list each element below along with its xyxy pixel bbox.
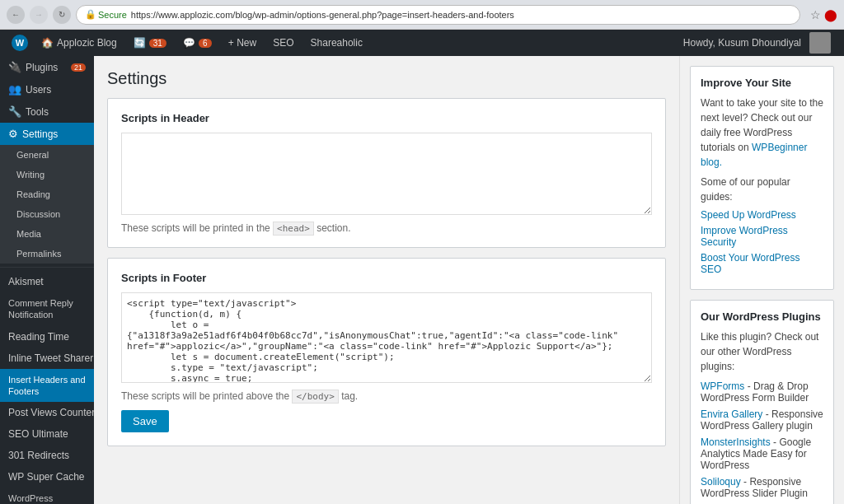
improve-site-text: Want to take your site to the next level… [701, 96, 823, 170]
plugins-icon: 🔌 [8, 61, 21, 73]
popular-guides-label: Some of our popular guides: [701, 175, 823, 204]
sidebar-item-users[interactable]: 👥 Users [0, 78, 94, 100]
comments-item[interactable]: 💬 6 [175, 30, 220, 56]
improve-site-title: Improve Your Site [701, 77, 823, 89]
updates-item[interactable]: 🔄 31 [125, 30, 175, 56]
browser-bar: ← → ↻ 🔒 Secure https://www.applozic.com/… [0, 0, 844, 30]
header-section-title: Scripts in Header [121, 112, 652, 124]
wp-layout: 🔌 Plugins 21 👥 Users 🔧 Tools ⚙ Settings … [0, 56, 844, 504]
admin-bar-right: Howdy, Kusum Dhoundiyal [675, 32, 837, 54]
sidebar-item-writing[interactable]: Writing [0, 165, 94, 184]
save-button[interactable]: Save [121, 410, 169, 432]
sidebar-item-tools[interactable]: 🔧 Tools [0, 100, 94, 123]
sidebar-item-akismet[interactable]: Akismet [0, 271, 94, 292]
wp-content: Settings Scripts in Header These scripts… [94, 56, 679, 504]
settings-submenu: General Writing Reading Discussion Media… [0, 145, 94, 264]
guide2-link[interactable]: Improve WordPress Security [701, 225, 823, 248]
users-icon: 👥 [8, 83, 21, 96]
wp-plugins-intro: Like this plugin? Check out our other Wo… [701, 329, 823, 374]
sidebar-item-insert-headers[interactable]: Insert Headers and Footers [0, 369, 94, 403]
guide1-link[interactable]: Speed Up WordPress [701, 209, 823, 221]
comments-icon: 💬 [183, 37, 195, 49]
seo-item[interactable]: SEO [265, 30, 302, 56]
footer-note: These scripts will be printed above the … [121, 390, 652, 402]
sidebar-item-reading[interactable]: Reading [0, 184, 94, 204]
forward-button[interactable]: → [30, 6, 48, 24]
header-scripts-box: Scripts in Header These scripts will be … [107, 98, 666, 248]
tools-icon: 🔧 [8, 105, 21, 118]
bookmark-button[interactable]: ☆ [810, 8, 821, 21]
improve-site-box: Improve Your Site Want to take your site… [690, 66, 834, 290]
back-button[interactable]: ← [7, 6, 25, 24]
sidebar-item-media[interactable]: Media [0, 224, 94, 244]
footer-scripts-textarea[interactable]: <script type="text/javascript"> {functio… [121, 292, 652, 383]
head-code-tag: <head> [273, 222, 314, 236]
page-title: Settings [107, 69, 666, 88]
sidebar-divider-1 [0, 267, 94, 268]
user-avatar [809, 32, 831, 54]
sidebar-item-permalinks[interactable]: Permalinks [0, 244, 94, 264]
wp-logo[interactable]: W [7, 30, 33, 56]
monsterinsights-link[interactable]: MonsterInsights [701, 436, 771, 448]
wp-plugins-title: Our WordPress Plugins [701, 310, 823, 323]
wp-right-panel: Improve Your Site Want to take your site… [679, 56, 844, 504]
sidebar-item-inline-tweet[interactable]: Inline Tweet Sharer [0, 348, 94, 369]
sidebar-item-post-views[interactable]: Post Views Counter [0, 402, 94, 423]
popular-guides-list: Speed Up WordPress Improve WordPress Sec… [701, 209, 823, 275]
lock-icon: 🔒 [85, 9, 96, 20]
settings-icon: ⚙ [8, 128, 18, 140]
sidebar-item-reading-time[interactable]: Reading Time [0, 326, 94, 348]
envira-link[interactable]: Envira Gallery [701, 408, 762, 420]
wp-logo-circle: W [12, 35, 28, 51]
reload-button[interactable]: ↻ [53, 6, 71, 24]
browser-actions: ☆ ⬤ [810, 8, 837, 21]
wp-plugins-box: Our WordPress Plugins Like this plugin? … [690, 300, 834, 504]
footer-section-title: Scripts in Footer [121, 272, 652, 284]
wp-sidebar: 🔌 Plugins 21 👥 Users 🔧 Tools ⚙ Settings … [0, 56, 94, 504]
sidebar-item-discussion[interactable]: Discussion [0, 204, 94, 224]
sidebar-item-general[interactable]: General [0, 145, 94, 165]
sidebar-item-plugins[interactable]: 🔌 Plugins 21 [0, 56, 94, 78]
shareaholic-item[interactable]: Shareaholic [302, 30, 371, 56]
header-scripts-textarea[interactable] [121, 133, 652, 215]
header-note: These scripts will be printed in the <he… [121, 222, 652, 234]
howdy-text: Howdy, Kusum Dhoundiyal [675, 37, 809, 49]
new-item[interactable]: + New [220, 30, 265, 56]
secure-badge: 🔒 Secure [85, 9, 127, 20]
sidebar-item-settings[interactable]: ⚙ Settings [0, 123, 94, 145]
updates-icon: 🔄 [134, 37, 146, 49]
site-name-item[interactable]: 🏠 Applozic Blog [33, 30, 125, 56]
site-icon: 🏠 [41, 37, 54, 49]
sidebar-item-redirects[interactable]: 301 Redirects [0, 445, 94, 466]
sidebar-item-seo-ultimate[interactable]: SEO Ultimate [0, 423, 94, 445]
guide3-link[interactable]: Boost Your WordPress SEO [701, 252, 823, 275]
address-bar[interactable]: 🔒 Secure https://www.applozic.com/blog/w… [76, 5, 800, 25]
wp-main: Settings Scripts in Header These scripts… [94, 56, 844, 504]
footer-scripts-box: Scripts in Footer <script type="text/jav… [107, 258, 666, 446]
sidebar-item-wp-super-cache[interactable]: WP Super Cache [0, 466, 94, 488]
sidebar-item-wp-popular[interactable]: WordPress Popular Posts [0, 488, 94, 504]
body-code-tag: </body> [292, 390, 338, 404]
soliloquy-link[interactable]: Soliloquy [701, 476, 741, 488]
firefox-icon[interactable]: ⬤ [824, 8, 837, 21]
wpforms-link[interactable]: WPForms [701, 380, 744, 392]
wp-plugins-list: WPForms - Drag & Drop WordPress Form Bui… [701, 380, 823, 504]
sidebar-item-comment-reply[interactable]: Comment Reply Notification [0, 292, 94, 326]
wp-admin-bar: W 🏠 Applozic Blog 🔄 31 💬 6 + New SEO Sha… [0, 30, 844, 56]
